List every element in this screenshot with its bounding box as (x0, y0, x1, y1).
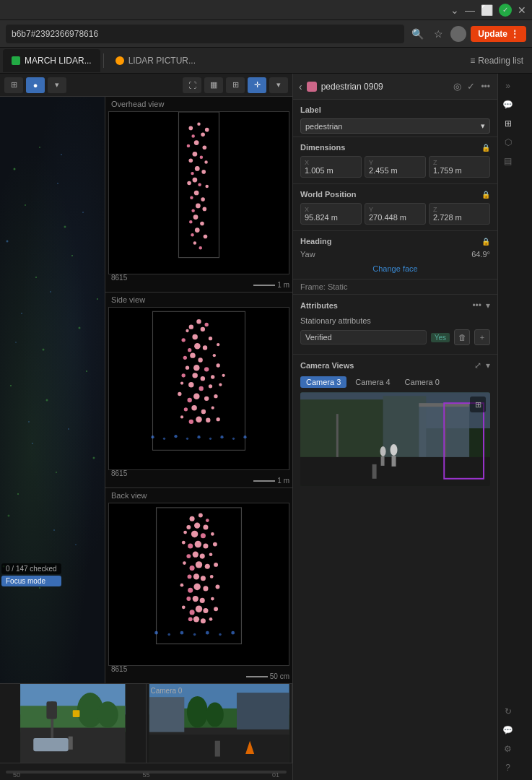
svg-point-0 (14, 168, 16, 170)
sidebar-chat-icon[interactable]: 💬 (500, 97, 516, 113)
svg-point-52 (201, 197, 205, 202)
dropdown-button[interactable]: ▾ (48, 77, 66, 93)
svg-point-16 (53, 529, 55, 531)
svg-point-94 (219, 384, 222, 386)
lidar-3d-view[interactable]: 0 / 147 checked Focus mode (0, 97, 105, 683)
camera-tab-4[interactable]: Camera 4 (349, 376, 396, 388)
wp-lock-icon[interactable]: 🔒 (481, 191, 490, 199)
bookmark-icon[interactable]: ☆ (431, 27, 446, 41)
svg-point-139 (190, 566, 195, 571)
tab-march-lidar[interactable]: MARCH LIDAR... (3, 49, 100, 72)
search-icon[interactable]: 🔍 (409, 27, 427, 41)
close-icon[interactable]: ✕ (518, 4, 526, 16)
maximize-icon[interactable]: ⬜ (481, 4, 493, 16)
sidebar-help-icon[interactable]: ? (500, 760, 516, 776)
side-canvas[interactable] (108, 307, 289, 470)
check-icon[interactable]: ✓ (466, 79, 476, 93)
layers-button[interactable]: ⊞ (4, 77, 23, 93)
svg-point-26 (56, 472, 57, 473)
camera-tabs: Camera 3 Camera 4 Camera 0 (300, 376, 490, 388)
svg-rect-181 (33, 738, 68, 751)
svg-point-130 (188, 543, 193, 548)
object-color-dot (307, 82, 317, 92)
svg-point-149 (203, 586, 208, 591)
svg-point-66 (196, 319, 201, 324)
pin-icon[interactable]: ◎ (452, 79, 463, 93)
camera-views-header: Camera Views ⤢ ▾ (300, 360, 490, 370)
sidebar-chat2-icon[interactable]: 💬 (500, 722, 516, 738)
back-canvas[interactable] (108, 503, 289, 666)
timeline-track[interactable]: 50 55 01 (6, 771, 287, 774)
circle-button[interactable]: ● (26, 77, 45, 93)
dropdown2-button[interactable]: ▾ (269, 77, 288, 93)
add-attr-button[interactable]: + (474, 329, 490, 345)
svg-point-143 (193, 573, 199, 579)
change-face-button[interactable]: Change face (300, 261, 490, 276)
svg-point-140 (205, 564, 210, 569)
svg-point-12 (86, 370, 87, 372)
focus-mode-status[interactable]: Focus mode (1, 576, 61, 586)
grid1-button[interactable]: ▦ (204, 77, 223, 93)
camera-views-collapse-icon[interactable]: ▾ (486, 360, 490, 370)
svg-point-69 (201, 327, 205, 332)
svg-point-136 (186, 554, 191, 558)
ortho-panels: Overhead view (105, 97, 292, 683)
chevron-down-icon[interactable]: ⌄ (450, 4, 459, 16)
svg-point-120 (199, 514, 203, 518)
attributes-section: Attributes ••• ▾ Stationary attributes V… (293, 295, 497, 355)
svg-point-166 (167, 633, 170, 636)
sidebar-settings-icon[interactable]: ⚙ (500, 741, 516, 757)
camera-thumb-right[interactable]: Camera 0 (147, 684, 293, 763)
sidebar-table-icon[interactable]: ▤ (500, 153, 516, 169)
dims-lock-icon[interactable]: 🔒 (481, 144, 490, 152)
svg-point-88 (211, 375, 214, 378)
fullscreen-button[interactable]: ⛶ (183, 77, 201, 93)
back-scale: 50 cm (246, 672, 289, 680)
label-dropdown-icon: ▾ (481, 121, 485, 131)
attrs-title: Attributes (300, 301, 338, 310)
svg-point-81 (193, 365, 200, 371)
more-options-icon[interactable]: ••• (479, 80, 492, 93)
svg-point-5 (43, 349, 45, 351)
camera-preview[interactable]: ⊞ (300, 392, 490, 486)
camera-icon-box[interactable]: ⊞ (470, 396, 486, 412)
url-input[interactable] (6, 25, 404, 43)
heading-lock-icon[interactable]: 🔒 (481, 238, 490, 246)
wp-y: Y 270.448 m (365, 203, 426, 225)
sidebar-grid-icon[interactable]: ⊞ (500, 116, 516, 131)
camera-views-title: Camera Views (300, 361, 354, 370)
tabs-bar: MARCH LIDAR... LIDAR PICTUR... ≡ Reading… (0, 48, 532, 74)
dim-z: Z 1.759 m (429, 156, 490, 178)
update-button[interactable]: Update ⋮ (471, 26, 526, 42)
attrs-more-icon[interactable]: ••• (472, 300, 481, 311)
timeline-mark-2: 55 (142, 771, 149, 779)
svg-point-135 (200, 554, 205, 559)
delete-attr-button[interactable]: 🗑 (454, 329, 470, 345)
sidebar-rotate-icon[interactable]: ↻ (500, 703, 516, 719)
svg-point-23 (68, 428, 69, 430)
reading-list-button[interactable]: ≡ Reading list (464, 53, 529, 69)
back-button[interactable]: ‹ (299, 81, 302, 92)
svg-point-157 (190, 610, 195, 615)
svg-point-58 (200, 222, 204, 226)
crosshair-button[interactable]: ✛ (248, 77, 266, 93)
camera-thumb-left[interactable] (0, 684, 147, 763)
svg-point-62 (193, 241, 196, 244)
attrs-expand-icon[interactable]: ▾ (486, 300, 490, 311)
overhead-canvas[interactable] (108, 111, 289, 274)
camera-tab-3[interactable]: Camera 3 (300, 376, 346, 388)
label-value: pedestrian (305, 122, 342, 131)
tab-lidar-pictur[interactable]: LIDAR PICTUR... (107, 49, 204, 72)
camera-tab-0[interactable]: Camera 0 (399, 376, 445, 388)
svg-point-117 (243, 436, 246, 438)
sidebar-expand-icon[interactable]: » (500, 78, 516, 94)
grid2-button[interactable]: ⊞ (226, 77, 245, 93)
svg-point-24 (97, 298, 98, 300)
minimize-icon[interactable]: — (465, 4, 475, 16)
svg-point-95 (193, 393, 200, 399)
label-dropdown[interactable]: pedestrian ▾ (300, 118, 490, 134)
camera-views-expand-icon[interactable]: ⤢ (474, 360, 481, 370)
tab-icon-orange (115, 56, 124, 65)
svg-point-106 (206, 418, 210, 422)
sidebar-layers-icon[interactable]: ⬡ (500, 134, 516, 150)
